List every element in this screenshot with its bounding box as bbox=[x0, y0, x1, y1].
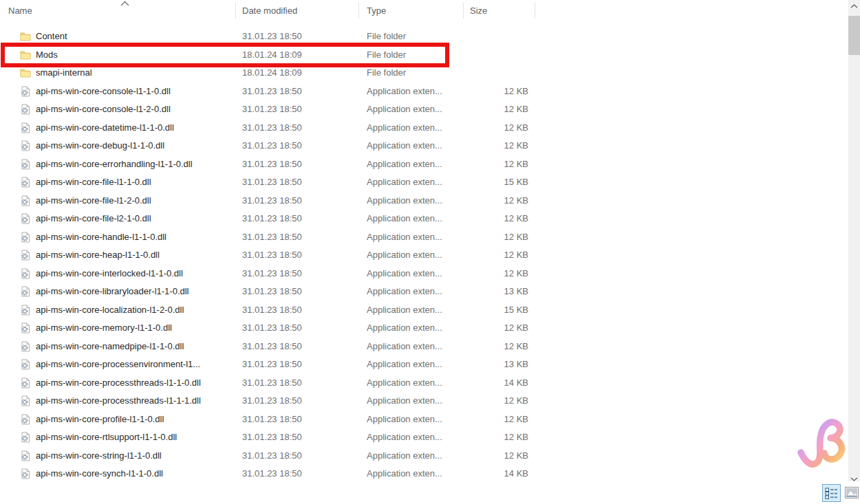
dll-file-icon bbox=[20, 122, 31, 133]
file-row[interactable]: api-ms-win-core-libraryloader-l1-1-0.dll… bbox=[0, 283, 848, 301]
file-row[interactable]: api-ms-win-core-datetime-l1-1-0.dll 31.0… bbox=[0, 119, 848, 138]
details-view-button[interactable] bbox=[822, 484, 841, 502]
file-explorer-window: Name Date modified Type Size Content 31.… bbox=[0, 0, 860, 504]
column-header-type[interactable]: Type bbox=[359, 0, 464, 21]
file-size: 12 KB bbox=[464, 338, 528, 356]
file-date-modified: 31.01.23 18:50 bbox=[242, 155, 356, 174]
file-row[interactable]: api-ms-win-core-console-l1-1-0.dll 31.01… bbox=[0, 83, 848, 101]
file-row[interactable]: api-ms-win-core-string-l1-1-0.dll 31.01.… bbox=[0, 447, 848, 465]
file-size: 12 KB bbox=[464, 392, 528, 410]
dll-file-icon bbox=[20, 341, 31, 352]
file-row[interactable]: api-ms-win-core-console-l1-2-0.dll 31.01… bbox=[0, 100, 848, 119]
file-row[interactable]: api-ms-win-core-file-l1-1-0.dll 31.01.23… bbox=[0, 173, 848, 192]
dll-file-icon bbox=[20, 86, 31, 97]
file-row[interactable]: api-ms-win-core-debug-l1-1-0.dll 31.01.2… bbox=[0, 137, 848, 155]
scrollbar-thumb[interactable] bbox=[848, 16, 860, 55]
dll-file-icon bbox=[20, 468, 31, 479]
thumbnail-view-icon bbox=[845, 487, 859, 498]
file-date-modified: 31.01.23 18:50 bbox=[242, 465, 356, 483]
chevron-up-icon bbox=[850, 4, 858, 8]
file-name: api-ms-win-core-interlocked-l1-1-0.dll bbox=[36, 265, 234, 283]
file-type: File folder bbox=[367, 64, 462, 83]
dll-file-icon bbox=[20, 104, 31, 115]
file-row[interactable]: api-ms-win-core-processenvironment-l1...… bbox=[0, 355, 848, 374]
file-row[interactable]: api-ms-win-core-heap-l1-1-0.dll 31.01.23… bbox=[0, 246, 848, 265]
file-name: api-ms-win-core-string-l1-1-0.dll bbox=[36, 447, 234, 465]
vertical-scrollbar[interactable] bbox=[848, 0, 860, 485]
file-name: api-ms-win-core-processenvironment-l1... bbox=[36, 355, 234, 374]
file-date-modified: 31.01.23 18:50 bbox=[242, 428, 356, 447]
thumbnail-view-button[interactable] bbox=[844, 486, 859, 499]
file-row[interactable]: api-ms-win-core-interlocked-l1-1-0.dll 3… bbox=[0, 265, 848, 283]
file-size: 15 KB bbox=[464, 173, 528, 192]
file-size: 12 KB bbox=[464, 319, 528, 338]
file-row[interactable]: api-ms-win-core-processthreads-l1-1-1.dl… bbox=[0, 392, 848, 410]
file-size: 12 KB bbox=[464, 192, 528, 210]
file-type: Application exten... bbox=[367, 428, 462, 447]
file-type: Application exten... bbox=[367, 100, 462, 119]
file-type: Application exten... bbox=[367, 465, 462, 483]
file-size bbox=[464, 64, 528, 83]
file-type: Application exten... bbox=[367, 228, 462, 247]
file-row[interactable]: smapi-internal 18.01.24 18:09 File folde… bbox=[0, 64, 848, 83]
file-name: api-ms-win-core-localization-l1-2-0.dll bbox=[36, 301, 234, 320]
file-size: 12 KB bbox=[464, 428, 528, 447]
file-size: 12 KB bbox=[464, 100, 528, 119]
file-row[interactable]: api-ms-win-core-memory-l1-1-0.dll 31.01.… bbox=[0, 319, 848, 338]
file-size: 12 KB bbox=[464, 265, 528, 283]
file-row[interactable]: Content 31.01.23 18:50 File folder bbox=[0, 28, 848, 46]
column-header-label: Date modified bbox=[242, 6, 297, 16]
dll-file-icon bbox=[20, 232, 31, 243]
file-row[interactable]: api-ms-win-core-profile-l1-1-0.dll 31.01… bbox=[0, 410, 848, 429]
dll-file-icon bbox=[20, 322, 31, 333]
gradient-b-logo bbox=[797, 417, 848, 477]
dll-file-icon bbox=[20, 377, 31, 388]
file-row[interactable]: api-ms-win-core-file-l2-1-0.dll 31.01.23… bbox=[0, 210, 848, 228]
file-name: api-ms-win-core-processthreads-l1-1-1.dl… bbox=[36, 392, 234, 410]
file-row[interactable]: api-ms-win-core-file-l1-2-0.dll 31.01.23… bbox=[0, 192, 848, 210]
file-date-modified: 31.01.23 18:50 bbox=[242, 173, 356, 192]
file-name: api-ms-win-core-console-l1-1-0.dll bbox=[36, 83, 234, 101]
file-row[interactable]: api-ms-win-core-processthreads-l1-1-0.dl… bbox=[0, 374, 848, 393]
file-name: Content bbox=[36, 28, 234, 46]
dll-file-icon bbox=[20, 159, 31, 170]
dll-file-icon bbox=[20, 432, 31, 443]
file-row[interactable]: api-ms-win-core-handle-l1-1-0.dll 31.01.… bbox=[0, 228, 848, 247]
file-size bbox=[464, 46, 528, 65]
file-name: Mods bbox=[36, 46, 234, 65]
column-header-size[interactable]: Size bbox=[464, 0, 535, 21]
column-header-label: Name bbox=[8, 6, 32, 16]
file-type: Application exten... bbox=[367, 246, 462, 265]
file-name: api-ms-win-core-profile-l1-1-0.dll bbox=[36, 410, 234, 429]
file-row[interactable]: api-ms-win-core-errorhandling-l1-1-0.dll… bbox=[0, 155, 848, 174]
file-row[interactable]: api-ms-win-core-rtlsupport-l1-1-0.dll 31… bbox=[0, 428, 848, 447]
file-type: Application exten... bbox=[367, 210, 462, 228]
status-bar bbox=[0, 481, 860, 504]
file-row[interactable]: api-ms-win-core-namedpipe-l1-1-0.dll 31.… bbox=[0, 338, 848, 356]
file-name: api-ms-win-core-heap-l1-1-0.dll bbox=[36, 246, 234, 265]
dll-file-icon bbox=[20, 177, 31, 188]
file-size: 12 KB bbox=[464, 447, 528, 465]
dll-file-icon bbox=[20, 395, 31, 406]
file-name: api-ms-win-core-file-l1-1-0.dll bbox=[36, 173, 234, 192]
column-header-label: Size bbox=[470, 6, 487, 16]
file-size: 12 KB bbox=[464, 155, 528, 174]
file-date-modified: 31.01.23 18:50 bbox=[242, 100, 356, 119]
dll-file-icon bbox=[20, 268, 31, 279]
dll-file-icon bbox=[20, 450, 31, 461]
file-type: Application exten... bbox=[367, 301, 462, 320]
folder-icon bbox=[20, 31, 31, 42]
column-header-date-modified[interactable]: Date modified bbox=[236, 0, 359, 21]
file-type: Application exten... bbox=[367, 192, 462, 210]
file-row[interactable]: Mods 18.01.24 18:09 File folder bbox=[0, 46, 848, 65]
file-type: Application exten... bbox=[367, 410, 462, 429]
details-view-icon bbox=[825, 487, 838, 499]
scrollbar-up-button[interactable] bbox=[848, 0, 860, 12]
folder-icon bbox=[20, 50, 31, 61]
file-row[interactable]: api-ms-win-core-localization-l1-2-0.dll … bbox=[0, 301, 848, 320]
file-row[interactable]: api-ms-win-core-synch-l1-1-0.dll 31.01.2… bbox=[0, 465, 848, 483]
file-name: api-ms-win-core-processthreads-l1-1-0.dl… bbox=[36, 374, 234, 393]
folder-icon bbox=[20, 67, 31, 78]
dll-file-icon bbox=[20, 213, 31, 224]
column-header-name[interactable]: Name bbox=[0, 0, 236, 21]
